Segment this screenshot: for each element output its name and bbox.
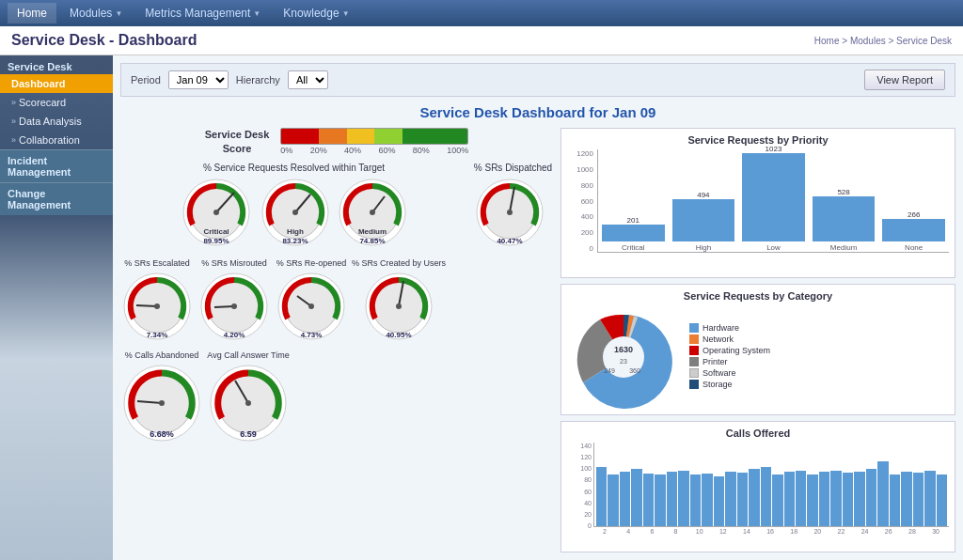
page-title: Service Desk - Dashboard [11,32,197,49]
y-tick-400: 400 [567,212,595,221]
bar-medium: 528 Medium [813,188,876,252]
period-select[interactable]: Jan 09 [168,70,229,89]
gauge-critical: Critical 89.95% [180,176,255,253]
bar-none-bar [882,219,945,241]
modules-arrow-icon: ▼ [115,9,122,18]
gauge-avg-call-answer-svg: 6.59 [207,362,290,444]
sidebar-item-collaboration[interactable]: » Collaboration [0,131,113,149]
hierarchy-label: Hierarchy [236,74,280,86]
svg-text:83.23%: 83.23% [282,237,308,245]
gauges-row3: % Calls Abandoned 6.68% Avg Call Ans [120,350,553,446]
sidebar-item-data-analysis[interactable]: » Data Analysis [0,112,113,131]
gauges-row2: % SRs Escalated 7.34% % SRs Misroute [120,258,553,345]
main-content: Period Jan 09 Hierarchy All View Report … [113,55,963,560]
call-bar-6 [655,474,665,526]
gauges-resolved-row: Critical 89.95% [120,176,467,253]
call-bar-15 [761,467,771,526]
hierarchy-select[interactable]: All [288,70,328,89]
svg-point-9 [292,210,298,215]
legend-printer: Printer [689,357,770,366]
gauges-resolved-title: % Service Requests Resolved within Targe… [120,163,467,173]
nav-knowledge[interactable]: Knowledge ▼ [274,3,358,23]
call-bar-11 [714,476,724,526]
y-tick-800: 800 [567,181,595,190]
pie-chart-svg: 1630 23 249 360 [567,305,680,409]
call-bar-1 [596,467,607,526]
svg-point-15 [370,210,375,215]
score-bar-inner [281,129,467,144]
svg-text:Medium: Medium [357,227,386,236]
call-bar-17 [784,472,795,526]
svg-text:89.95%: 89.95% [203,237,229,245]
legend-hardware: Hardware [689,323,770,333]
gauge-high: High 83.23% [259,176,332,253]
score-bar-labels: 0% 20% 40% 60% 80% 100% [280,146,468,155]
legend-os: Operating System [689,346,770,355]
view-report-button[interactable]: View Report [864,70,945,90]
score-segment-yellow [347,129,375,144]
sidebar-scorecard-label: Scorecard [19,97,66,108]
legend-network: Network [689,334,770,344]
svg-line-25 [136,305,157,306]
svg-point-51 [245,400,251,406]
call-bar-3 [620,472,630,526]
dispatched-title: % SRs Dispatched [473,163,553,173]
sidebar-item-dashboard[interactable]: Dashboard [0,74,113,93]
score-40: 40% [344,146,361,155]
svg-point-31 [231,303,237,309]
sidebar-data-analysis-label: Data Analysis [19,116,82,127]
gauge-reopened: % SRs Re-opened 4.73% [275,258,348,345]
svg-text:360: 360 [629,367,640,374]
sidebar-item-scorecard[interactable]: » Scorecard [0,93,113,112]
call-bar-19 [807,474,817,526]
priority-bars: 201 Critical 494 High 1023 [597,149,949,253]
bar-low-bar [742,153,805,241]
call-bar-21 [830,471,841,526]
svg-point-36 [308,303,314,309]
call-bar-9 [690,474,701,526]
svg-text:74.85%: 74.85% [359,237,385,245]
calls-abandoned-title: % Calls Abandoned [120,350,203,360]
score-80: 80% [413,146,430,155]
call-bar-27 [901,472,911,526]
gauge-created-by-users: % SRs Created by Users 40.95% [352,258,446,345]
gauge-escalated-svg: 7.34% [120,270,194,343]
gauge-calls-abandoned: % Calls Abandoned 6.68% [120,350,203,446]
call-bar-14 [749,469,759,526]
metrics-arrow-icon: ▼ [253,9,260,18]
gauges-resolved-group: % Service Requests Resolved within Targe… [120,163,467,253]
dashboard-title: Service Desk Dashboard for Jan 09 [120,104,955,120]
pie-legend: Hardware Network Operating System [689,323,770,391]
call-bar-22 [843,473,853,526]
calls-bars [593,443,949,527]
calls-chart-title: Calls Offered [567,428,949,439]
nav-modules[interactable]: Modules ▼ [60,3,132,23]
bar-none: 266 None [882,210,945,252]
created-users-title: % SRs Created by Users [352,258,446,268]
gauge-escalated: % SRs Escalated 7.34% [120,258,194,345]
score-segment-orange [319,129,347,144]
svg-text:40.47%: 40.47% [497,237,522,245]
nav-metrics[interactable]: Metrics Management ▼ [135,3,270,23]
sidebar-dashboard-label: Dashboard [11,78,65,89]
data-analysis-arrow-icon: » [11,117,16,126]
call-bar-7 [667,472,677,526]
y-tick-1200: 1200 [567,149,595,158]
bar-high-bar [672,199,735,241]
sidebar-item-change-management[interactable]: Change Management [0,182,113,215]
main-layout: Service Desk Dashboard » Scorecard » Dat… [0,55,963,560]
gauge-misrouted-svg: 4.20% [197,270,271,343]
svg-text:249: 249 [604,367,615,374]
gauge-reopened-svg: 4.73% [275,270,348,343]
nav-home[interactable]: Home [8,3,56,23]
svg-text:23: 23 [620,358,627,365]
svg-text:40.95%: 40.95% [386,331,411,339]
bar-high: 494 High [672,191,735,252]
y-tick-200: 200 [567,228,595,237]
calls-y-axis: 0 20 40 60 80 100 120 140 [567,443,592,529]
legend-network-color [689,334,699,344]
svg-text:High: High [287,227,304,236]
sidebar-item-incident-management[interactable]: Incident Management [0,149,113,182]
score-20: 20% [310,146,327,155]
breadcrumb: Home > Modules > Service Desk [814,36,952,46]
